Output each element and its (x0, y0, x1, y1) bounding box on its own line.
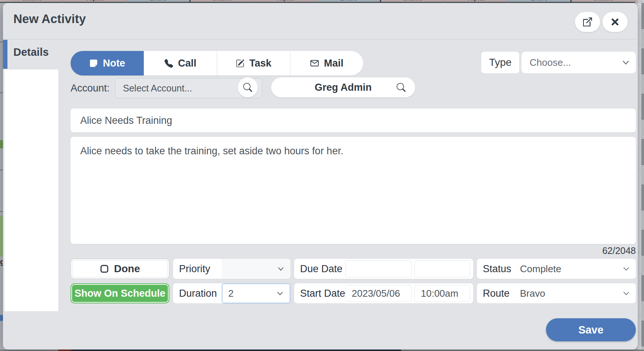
sidebar-tab-details[interactable]: Details (13, 46, 49, 58)
show-on-schedule-button[interactable]: Show On Schedule (71, 283, 169, 303)
done-button[interactable]: Done (71, 259, 169, 279)
start-time-input[interactable]: 10:00am (414, 285, 470, 302)
checkbox-icon (100, 264, 109, 273)
background-column-header: Bravo (508, 0, 572, 3)
assigned-user-name: Greg Admin (315, 82, 372, 93)
background-column-header: Charlie (191, 0, 254, 3)
sidebar-panel (4, 70, 58, 311)
tab-call[interactable]: Call (144, 51, 217, 75)
background-bottom-edge (0, 350, 644, 351)
activity-description-textarea[interactable]: Alice needs to take the training, set as… (71, 137, 636, 244)
modal-title: New Activity (13, 12, 86, 26)
type-select-value: Choose... (530, 57, 571, 68)
type-select[interactable]: Choose... (521, 52, 636, 73)
start-time-value: 10:00am (421, 288, 458, 299)
start-date-value: 2023/05/06 (352, 288, 400, 299)
phone-icon (165, 59, 173, 68)
background-right-edge (638, 3, 644, 350)
duration-label: Duration (173, 288, 222, 299)
background-green-block (0, 140, 3, 148)
status-label: Status (477, 263, 514, 275)
background-left-edge: g (0, 3, 3, 350)
duration-select-value: 2 (228, 288, 234, 299)
background-column-header: Charlie (381, 0, 445, 3)
chevron-down-icon (276, 290, 284, 297)
note-icon (89, 59, 98, 68)
header-divider (3, 39, 638, 39)
search-icon (397, 83, 406, 92)
screen: Charlie Alpha Bravo Charlie Alpha Bravo … (0, 0, 644, 351)
background-column-header: Alpha (64, 0, 127, 3)
save-button-label: Save (578, 324, 604, 336)
search-icon (243, 83, 252, 92)
new-activity-modal: New Activity Details (3, 3, 638, 350)
priority-label: Priority (173, 263, 222, 275)
done-button-label: Done (114, 263, 140, 275)
background-green-block (0, 216, 3, 257)
due-date-label: Due Date (294, 263, 345, 275)
duration-select[interactable]: 2 (222, 283, 290, 303)
show-on-schedule-label: Show On Schedule (75, 288, 166, 299)
activity-type-tabs: Note Call Task (71, 51, 363, 75)
due-date-input[interactable] (345, 260, 412, 277)
tab-label: Task (249, 58, 271, 69)
status-select-value: Complete (520, 263, 561, 275)
char-counter: 62/2048 (71, 245, 636, 256)
account-placeholder: Select Account... (123, 83, 192, 94)
close-icon (611, 18, 619, 26)
tab-label: Note (103, 58, 125, 69)
activity-name-input[interactable] (71, 109, 636, 132)
details-tab-indicator (3, 40, 7, 69)
background-blue-block (0, 315, 3, 321)
tab-label: Call (178, 58, 196, 69)
route-select-value: Bravo (520, 288, 545, 299)
background-column-header: Bravo (318, 0, 381, 3)
background-column-header: Alpha (254, 0, 318, 3)
background-column-header: Charlie (572, 0, 635, 3)
route-label: Route (477, 288, 514, 299)
background-column-header: Alpha (445, 0, 508, 3)
scrollbar[interactable] (641, 3, 644, 350)
pencil-square-icon (236, 59, 244, 68)
expand-button[interactable] (575, 12, 600, 32)
chevron-down-icon (622, 265, 630, 273)
background-table-header: Charlie Alpha Bravo Charlie Alpha Bravo … (0, 0, 638, 3)
status-select[interactable]: Complete (514, 259, 636, 279)
assigned-user-field[interactable]: Greg Admin (271, 77, 415, 97)
tab-task[interactable]: Task (217, 51, 290, 75)
tab-mail[interactable]: Mail (290, 51, 363, 75)
chevron-down-icon (277, 265, 284, 273)
background-column-header: Charlie (0, 0, 64, 3)
tab-label: Mail (324, 58, 344, 69)
tab-note[interactable]: Note (71, 51, 144, 75)
start-date-label: Start Date (294, 288, 345, 299)
background-column-header: Bravo (127, 0, 191, 3)
envelope-icon (310, 59, 319, 68)
background-clipped-text: g (0, 257, 3, 266)
route-select[interactable]: Bravo (514, 283, 636, 303)
due-time-input[interactable] (414, 260, 470, 277)
start-date-input[interactable]: 2023/05/06 (345, 285, 412, 302)
save-button[interactable]: Save (546, 318, 636, 341)
chevron-down-icon (622, 58, 630, 67)
external-link-icon (583, 17, 592, 26)
account-search-button[interactable] (238, 77, 258, 97)
close-button[interactable] (602, 12, 628, 32)
account-label: Account: (71, 78, 110, 98)
chevron-down-icon (622, 290, 630, 297)
priority-select[interactable] (222, 259, 290, 279)
type-label: Type (481, 52, 519, 73)
